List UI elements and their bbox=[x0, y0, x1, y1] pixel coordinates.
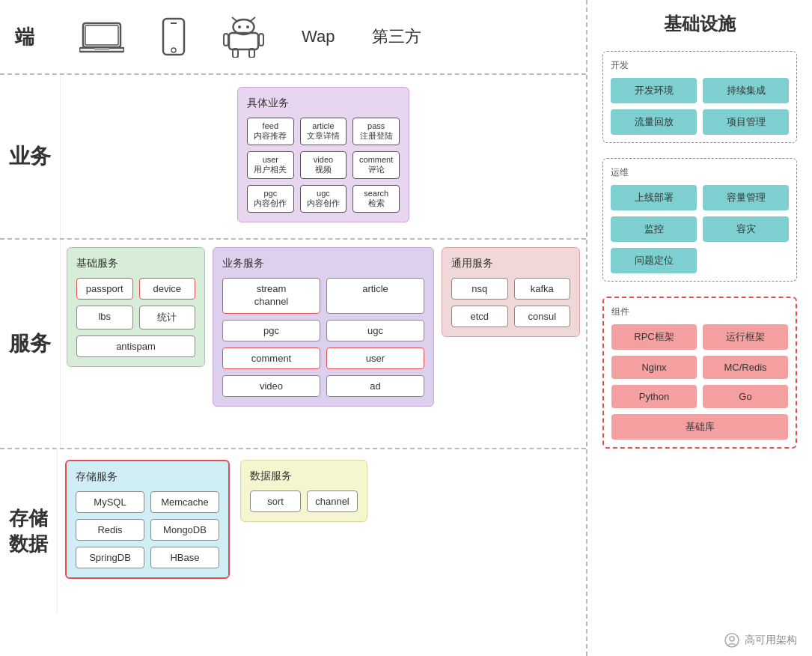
service-row-label: 服务 bbox=[0, 240, 61, 448]
watermark-icon bbox=[724, 632, 740, 649]
biz-item-comment: comment评论 bbox=[352, 151, 400, 179]
watermark-text: 高可用架构 bbox=[745, 634, 797, 647]
top-row-label: 端 bbox=[15, 24, 34, 50]
business-row-content: 具体业务 feed内容推荐 article文章详情 pass注册登陆 user用… bbox=[61, 75, 586, 238]
biz-item-pass: pass注册登陆 bbox=[352, 118, 400, 145]
infra-rpc: RPC框架 bbox=[611, 324, 697, 350]
wap-item: Wap bbox=[302, 27, 335, 46]
biz-item-search: search检索 bbox=[352, 185, 400, 213]
icon-group: Wap 第三方 bbox=[79, 16, 421, 58]
storage-row-label: 存储 数据 bbox=[0, 449, 58, 614]
third-party-label: 第三方 bbox=[372, 25, 421, 48]
svg-rect-14 bbox=[259, 34, 263, 46]
biz-service-title: 业务服务 bbox=[222, 257, 424, 270]
svg-point-9 bbox=[246, 25, 249, 28]
data-service-grid: sort channel bbox=[250, 491, 358, 512]
service-passport: passport bbox=[76, 278, 133, 300]
service-memcache: Memcache bbox=[150, 491, 219, 513]
left-section: 端 bbox=[0, 0, 587, 656]
service-mongodb: MongoDB bbox=[150, 519, 219, 541]
infra-disaster: 容灾 bbox=[703, 216, 789, 242]
service-mysql: MySQL bbox=[76, 491, 144, 513]
data-service-box: 数据服务 sort channel bbox=[240, 460, 367, 522]
service-stream-channel: streamchannel bbox=[222, 278, 320, 314]
third-party-item: 第三方 bbox=[372, 25, 421, 48]
infra-base-lib: 基础库 bbox=[611, 414, 788, 440]
common-service-box: 通用服务 nsq kafka etcd consul bbox=[442, 247, 580, 337]
ops-panel-title: 运维 bbox=[611, 166, 789, 179]
business-grid: feed内容推荐 article文章详情 pass注册登陆 user用户相关 v… bbox=[247, 118, 400, 213]
top-row: 端 bbox=[0, 0, 586, 75]
laptop-item bbox=[79, 20, 124, 54]
storage-service-grid: MySQL Memcache Redis MongoDB SpringDB HB… bbox=[76, 491, 219, 568]
biz-item-feed: feed内容推荐 bbox=[247, 118, 294, 145]
service-redis: Redis bbox=[76, 519, 144, 541]
service-video: video bbox=[222, 375, 320, 397]
infra-mc-redis: MC/Redis bbox=[703, 356, 788, 379]
biz-service-box: 业务服务 streamchannel article pgc ugc comme… bbox=[213, 247, 434, 407]
service-row-content: 基础服务 passport device lbs 统计 antispam 业务服… bbox=[61, 240, 586, 448]
watermark: 高可用架构 bbox=[724, 632, 797, 649]
business-section-title: 具体业务 bbox=[247, 97, 400, 110]
biz-service-grid: streamchannel article pgc ugc comment us… bbox=[222, 278, 424, 397]
main-container: 端 bbox=[0, 0, 812, 656]
service-ugc: ugc bbox=[326, 320, 424, 341]
service-hbase: HBase bbox=[150, 547, 219, 568]
wap-label: Wap bbox=[302, 27, 335, 46]
infra-project-mgmt: 项目管理 bbox=[703, 109, 789, 135]
svg-point-8 bbox=[238, 25, 241, 28]
service-nsq: nsq bbox=[451, 278, 508, 300]
business-row: 业务 具体业务 feed内容推荐 article文章详情 pass注册登陆 us… bbox=[0, 75, 586, 240]
common-service-grid: nsq kafka etcd consul bbox=[451, 278, 570, 327]
base-service-box: 基础服务 passport device lbs 统计 antispam bbox=[67, 247, 205, 367]
infra-capacity: 容量管理 bbox=[703, 185, 789, 210]
infra-monitor: 监控 bbox=[611, 216, 697, 242]
android-item bbox=[223, 16, 264, 58]
svg-line-11 bbox=[251, 17, 255, 21]
infra-issue-locate: 问题定位 bbox=[611, 248, 697, 273]
service-row: 服务 基础服务 passport device lbs 统计 antispam bbox=[0, 240, 586, 449]
dev-panel-grid: 开发环境 持续集成 流量回放 项目管理 bbox=[611, 78, 789, 135]
android-icon bbox=[223, 16, 264, 58]
biz-item-pgc: pgc内容创作 bbox=[247, 185, 294, 213]
storage-service-box: 存储服务 MySQL Memcache Redis MongoDB Spring… bbox=[65, 460, 230, 579]
component-panel-title: 组件 bbox=[611, 306, 788, 318]
phone-item bbox=[162, 17, 186, 56]
svg-point-5 bbox=[171, 48, 176, 52]
storage-row: 存储 数据 存储服务 MySQL Memcache Redis MongoDB … bbox=[0, 449, 586, 614]
component-panel-grid: RPC框架 运行框架 Nginx MC/Redis Python Go 基础库 bbox=[611, 324, 788, 440]
base-service-grid: passport device lbs 统计 antispam bbox=[76, 278, 195, 357]
service-user: user bbox=[326, 347, 424, 369]
infra-go: Go bbox=[703, 385, 788, 408]
svg-line-10 bbox=[232, 17, 236, 21]
service-channel: channel bbox=[307, 491, 358, 512]
service-consul: consul bbox=[514, 306, 571, 327]
biz-item-ugc: ugc内容创作 bbox=[300, 185, 347, 213]
service-springdb: SpringDB bbox=[76, 547, 144, 568]
service-pgc: pgc bbox=[222, 320, 320, 341]
infra-runtime: 运行框架 bbox=[703, 324, 788, 350]
service-etcd: etcd bbox=[451, 306, 508, 327]
svg-rect-1 bbox=[85, 25, 118, 45]
laptop-icon bbox=[79, 20, 124, 54]
storage-row-content: 存储服务 MySQL Memcache Redis MongoDB Spring… bbox=[58, 449, 586, 614]
service-kafka: kafka bbox=[514, 278, 571, 300]
storage-service-title: 存储服务 bbox=[76, 470, 219, 484]
svg-rect-13 bbox=[224, 34, 228, 46]
base-service-title: 基础服务 bbox=[76, 257, 195, 270]
service-article: article bbox=[326, 278, 424, 314]
service-ad: ad bbox=[326, 375, 424, 397]
business-section: 具体业务 feed内容推荐 article文章详情 pass注册登陆 user用… bbox=[237, 87, 409, 222]
svg-rect-0 bbox=[83, 23, 120, 47]
infra-deploy: 上线部署 bbox=[611, 185, 697, 210]
service-lbs: lbs bbox=[76, 306, 133, 329]
right-section: 基础设施 开发 开发环境 持续集成 流量回放 项目管理 运维 上线部署 容量管理… bbox=[587, 0, 812, 656]
dev-panel: 开发 开发环境 持续集成 流量回放 项目管理 bbox=[602, 51, 797, 143]
service-comment: comment bbox=[222, 347, 320, 369]
biz-item-user: user用户相关 bbox=[247, 151, 294, 179]
service-device: device bbox=[139, 278, 196, 300]
infra-nginx: Nginx bbox=[611, 356, 697, 379]
svg-point-18 bbox=[730, 637, 734, 641]
dev-panel-title: 开发 bbox=[611, 59, 789, 72]
infra-title: 基础设施 bbox=[602, 12, 797, 36]
